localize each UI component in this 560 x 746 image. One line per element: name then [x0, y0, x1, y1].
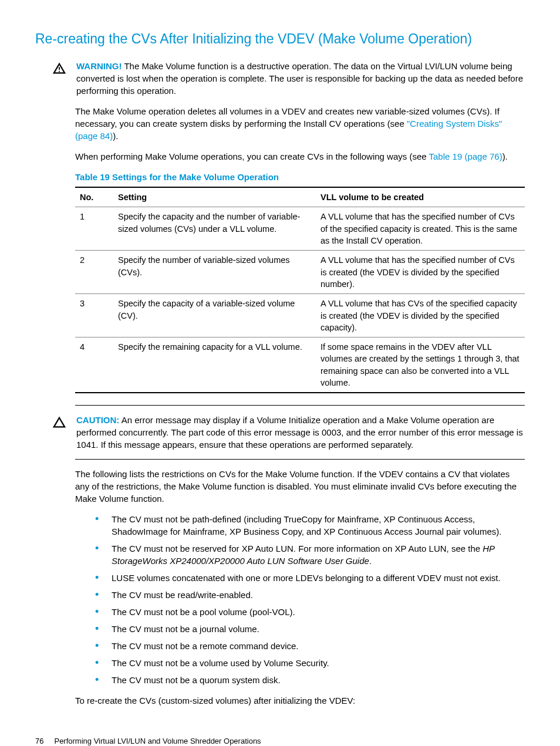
paragraph-make-volume-intro: The Make Volume operation deletes all vo…	[75, 105, 525, 142]
warning-label: WARNING!	[76, 61, 122, 71]
link-table-19[interactable]: Table 19 (page 76)	[429, 151, 502, 161]
caution-icon	[53, 416, 66, 429]
table-row: 3 Specify the capacity of a variable-siz…	[75, 294, 525, 337]
section-title: Re-creating the CVs After Initializing t…	[35, 29, 525, 48]
warning-icon	[53, 62, 66, 75]
list-item: The CV must not be a quorum system disk.	[94, 674, 525, 686]
th-setting: Setting	[113, 187, 316, 207]
list-item: The CV must not be a remote command devi…	[94, 640, 525, 652]
list-item: The CV must not be a volume used by Volu…	[94, 657, 525, 669]
caution-callout: CAUTION: An error message may display if…	[53, 414, 525, 451]
list-item: The CV must not be reserved for XP Auto …	[94, 542, 525, 567]
table-row: 1 Specify the capacity and the number of…	[75, 207, 525, 251]
page-footer: 76 Performing Virtual LVI/LUN and Volume…	[35, 736, 525, 746]
warning-callout: WARNING! The Make Volume function is a d…	[53, 60, 525, 97]
list-item: LUSE volumes concatenated with one or mo…	[94, 572, 525, 584]
warning-text: The Make Volume function is a destructiv…	[76, 61, 523, 96]
divider	[75, 405, 525, 406]
restrictions-list: The CV must not be path-defined (includi…	[94, 513, 525, 686]
caution-label: CAUTION:	[76, 415, 119, 425]
paragraph-ways: When performing Make Volume operations, …	[75, 150, 525, 163]
paragraph-restrictions: The following lists the restrictions on …	[75, 468, 525, 505]
table-title: Table 19 Settings for the Make Volume Op…	[75, 171, 525, 183]
list-item: The CV must be read/write-enabled.	[94, 589, 525, 601]
settings-table: No. Setting VLL volume to be created 1 S…	[75, 187, 525, 393]
footer-chapter: Performing Virtual LVI/LUN and Volume Sh…	[54, 736, 261, 746]
svg-rect-0	[59, 67, 60, 70]
th-vll: VLL volume to be created	[316, 187, 525, 207]
table-row: 4 Specify the remaining capacity for a V…	[75, 337, 525, 393]
list-item: The CV must not be a pool volume (pool-V…	[94, 606, 525, 618]
caution-text: An error message may display if a Volume…	[76, 415, 523, 450]
svg-rect-1	[59, 71, 60, 72]
table-row: 2 Specify the number of variable-sized v…	[75, 251, 525, 294]
paragraph-recreate: To re-create the CVs (custom-sized volum…	[75, 694, 525, 707]
list-item: The CV must not be path-defined (includi…	[94, 513, 525, 538]
divider	[75, 459, 525, 460]
list-item: The CV must not be a journal volume.	[94, 623, 525, 635]
page-number: 76	[35, 736, 43, 746]
th-no: No.	[75, 187, 113, 207]
